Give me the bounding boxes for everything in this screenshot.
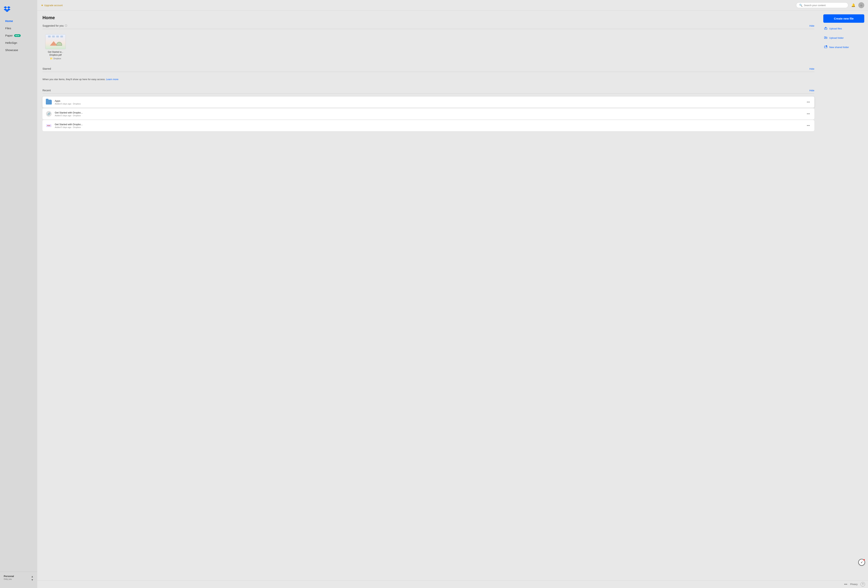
recent-header: Recent Hide [43,89,814,92]
page-title: Home [43,15,814,20]
thumb-top-icons [48,35,63,37]
account-expand-button[interactable]: ▲ ▼ [31,575,34,581]
search-bar[interactable]: 🔍 [796,2,848,8]
upload-folder-link[interactable]: Upload folder [823,34,864,41]
starred-hide-button[interactable]: Hide [809,68,814,70]
thumb-icon-2 [52,35,55,37]
help-button[interactable]: ? [861,582,865,587]
suggested-hide-button[interactable]: Hide [809,24,814,27]
search-input[interactable] [804,4,845,7]
pdf-name: Get Started with Dropbo... [55,123,805,126]
recent-item-link[interactable]: 🔗 Get Started with Dropbo... Added 5 day… [43,108,814,120]
link-name: Get Started with Dropbo... [55,111,805,114]
sidebar-label-hellosign: HelloSign [5,41,17,44]
suggested-file-card[interactable]: Get Started w... Dropbox.pdf 📁 Dropbox [43,32,69,62]
learn-more-link[interactable]: Learn more [106,78,118,81]
sidebar-nav: Home Files Paper New HelloSign Showcase [0,17,37,572]
user-avatar[interactable]: ☺ [858,2,864,8]
thumb-arch [56,42,62,46]
new-shared-folder-link[interactable]: New shared folder [823,44,864,51]
pdf-info: Get Started with Dropbo... Added 5 days … [55,123,805,129]
right-panel: Create new file Upload files [819,10,868,581]
thumb-icon-4 [61,35,63,37]
pdf-badge: PDF [46,124,52,127]
recent-section: Recent Hide Apps Added 5 days ago · Drop… [43,89,814,132]
pdf-meta: Added 5 days ago · Dropbox [55,126,805,129]
bottom-more-button[interactable]: ••• [844,583,847,586]
link-more-button[interactable]: ••• [805,111,811,116]
sidebar-label-home: Home [5,19,13,22]
sidebar-label-showcase: Showcase [5,49,18,52]
upload-folder-label: Upload folder [829,37,844,39]
link-icon-wrap: 🔗 [46,111,52,117]
link-icon: 🔗 [46,111,52,117]
starred-title-label: Starred [43,67,51,70]
star-icon: ★ [41,4,43,7]
chevron-up-icon: ▲ [31,575,34,578]
sidebar-item-hellosign[interactable]: HelloSign [1,39,36,46]
bottom-bar: ••• Privacy ? [37,581,868,588]
upload-files-icon [824,27,827,31]
file-card-name: Get Started w... Dropbox.pdf [45,51,66,56]
recent-item-pdf[interactable]: PDF Get Started with Dropbo... Added 5 d… [43,120,814,131]
apps-name: Apps [55,99,805,102]
recent-list: Apps Added 5 days ago · Dropbox ••• 🔗 Ge… [43,96,814,132]
page-main: Home Suggested for you ⓘ Hide [37,10,819,581]
thumb-icon-3 [56,35,59,37]
recent-label: Recent [43,89,51,92]
dropbox-logo[interactable] [0,4,37,17]
thumb-mountain [50,41,58,46]
sidebar-label-paper: Paper [5,34,13,37]
thumb-scenery [48,39,63,46]
upgrade-label: Upgrade account [44,4,63,7]
link-info: Get Started with Dropbo... Added 5 days … [55,111,805,117]
sidebar-item-showcase[interactable]: Showcase [1,47,36,53]
recent-hide-button[interactable]: Hide [809,89,814,92]
suggested-header: Suggested for you ⓘ Hide [43,24,814,27]
apps-more-button[interactable]: ••• [805,100,811,105]
recent-title-label: Recent [43,89,51,92]
pdf-icon-wrap: PDF [46,122,52,129]
file-location-text: Dropbox [53,58,61,60]
new-shared-folder-label: New shared folder [829,46,849,49]
paper-new-badge: New [14,34,21,37]
sidebar-item-home[interactable]: Home [1,18,36,24]
sidebar-item-paper[interactable]: Paper New [1,32,36,39]
notifications-button[interactable]: 🔔 [850,2,856,8]
file-thumbnail [45,34,66,49]
content-area: Home Suggested for you ⓘ Hide [37,10,868,581]
file-thumb-preview [46,34,66,49]
starred-divider [43,72,814,72]
avatar-icon: ☺ [860,4,863,7]
sidebar: Home Files Paper New HelloSign Showcase … [0,0,37,588]
topbar: ★ Upgrade account 🔍 🔔 ☺ [37,0,868,10]
apps-info: Apps Added 5 days ago · Dropbox [55,99,805,105]
suggested-divider [43,29,814,29]
file-card-location: 📁 Dropbox [50,57,61,60]
sidebar-item-files[interactable]: Files [1,25,36,32]
info-icon[interactable]: ⓘ [65,24,67,27]
privacy-link[interactable]: Privacy [850,583,858,586]
suggested-label: Suggested for you [43,24,64,27]
upgrade-account-link[interactable]: ★ Upgrade account [41,4,63,7]
recent-item-apps[interactable]: Apps Added 5 days ago · Dropbox ••• [43,96,814,108]
create-new-file-button[interactable]: Create new file [823,14,864,23]
suggested-title: Suggested for you ⓘ [43,24,67,27]
new-shared-folder-icon [824,45,827,49]
recent-divider-3 [46,131,811,132]
pdf-more-button[interactable]: ••• [805,123,811,128]
apps-meta: Added 5 days ago · Dropbox [55,103,805,105]
folder-icon: 📁 [50,57,53,60]
upload-files-link[interactable]: Upload files [823,25,864,32]
folder-icon-large [46,100,52,105]
task-badge-notification-dot [863,559,865,561]
task-badge[interactable]: ✓ [858,559,865,566]
search-icon: 🔍 [799,4,802,7]
starred-label: Starred [43,67,51,70]
suggested-section: Suggested for you ⓘ Hide [43,24,814,62]
upload-files-label: Upload files [829,27,842,30]
apps-folder-icon-wrap [46,99,52,105]
upload-folder-icon [824,36,827,40]
sidebar-label-files: Files [5,27,11,30]
thumb-icon-1 [48,35,51,37]
